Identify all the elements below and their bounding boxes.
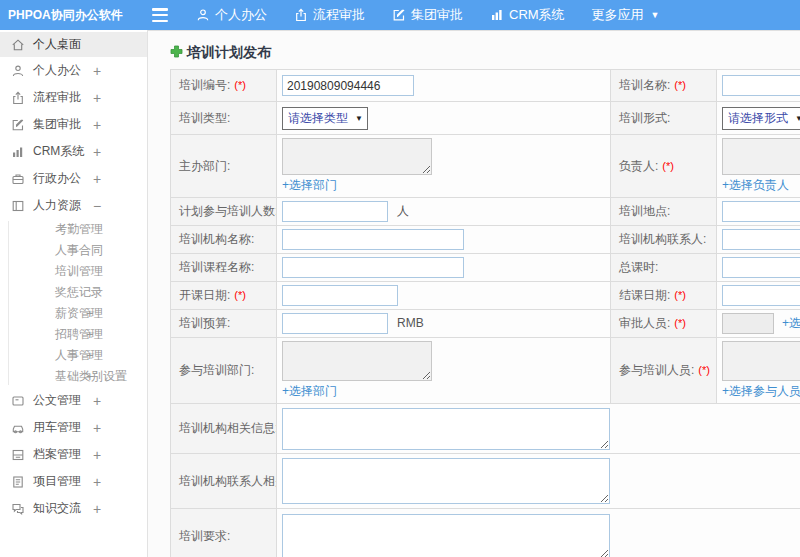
end-date-input[interactable]: [722, 285, 800, 306]
top-bar: PHPOA协同办公软件 个人办公 流程审批 集团审批 CRM系统: [0, 0, 800, 30]
sidebar-item-project[interactable]: 项目管理 +: [0, 468, 147, 495]
sidebar-item-hr[interactable]: 人力资源 −: [0, 192, 147, 219]
expand-icon[interactable]: +: [86, 369, 94, 384]
training-no-label: 培训编号:: [179, 78, 230, 92]
expand-icon[interactable]: +: [93, 144, 101, 160]
approver-input[interactable]: [722, 313, 774, 334]
page-title: 培训计划发布: [187, 44, 271, 62]
briefcase-icon: [10, 171, 25, 186]
sidebar-subitem-recruit[interactable]: 招聘管理+: [0, 324, 147, 345]
required-mark: (*): [662, 160, 674, 172]
select-dept-link[interactable]: +选择部门: [282, 177, 337, 194]
start-date-input[interactable]: [282, 285, 398, 306]
home-icon: [10, 37, 25, 52]
form-row-org-info: 培训机构相关信息:: [171, 404, 800, 454]
total-hours-label: 总课时:: [619, 260, 658, 274]
select-join-dept-link[interactable]: +选择部门: [282, 383, 337, 400]
topnav-more-apps[interactable]: 更多应用 ▼: [592, 6, 660, 24]
total-hours-input[interactable]: [722, 257, 800, 278]
expand-icon[interactable]: +: [93, 474, 101, 490]
app-logo: PHPOA协同办公软件: [0, 7, 132, 24]
upload-share-icon: [294, 8, 308, 22]
sidebar-subitem-base-category[interactable]: 基础类别设置+: [0, 366, 147, 387]
expand-icon[interactable]: +: [93, 501, 101, 517]
collapse-icon[interactable]: −: [93, 198, 101, 214]
expand-icon[interactable]: +: [93, 447, 101, 463]
training-type-select[interactable]: 请选择类型▼: [282, 107, 368, 130]
topnav-group-approval[interactable]: 集团审批: [392, 6, 463, 24]
leader-label: 负责人:: [619, 159, 658, 173]
form-row-budget-approver: 培训预算: RMB 审批人员:(*) +选择审批人员: [171, 310, 800, 338]
sidebar-item-archive[interactable]: 档案管理 +: [0, 441, 147, 468]
sidebar-item-admin-office[interactable]: 行政办公 +: [0, 165, 147, 192]
required-mark: (*): [234, 79, 246, 91]
sidebar-item-official-doc[interactable]: 公文管理 +: [0, 387, 147, 414]
leader-textarea[interactable]: [722, 138, 800, 175]
select-join-person-link[interactable]: +选择参与人员: [722, 383, 800, 400]
sidebar-item-personal-office[interactable]: 个人办公 +: [0, 57, 147, 84]
form-row-count-location: 计划参与培训人数:(*) 人 培训地点:: [171, 198, 800, 226]
required-mark: (*): [674, 289, 686, 301]
hamburger-menu-icon[interactable]: [152, 8, 170, 22]
required-mark: (*): [674, 317, 686, 329]
expand-icon[interactable]: +: [86, 348, 94, 363]
expand-icon[interactable]: +: [93, 63, 101, 79]
select-approver-link[interactable]: +选择审批人员: [782, 316, 800, 330]
topnav-flow-approval[interactable]: 流程审批: [294, 6, 365, 24]
join-person-label: 参与培训人员:: [619, 363, 694, 377]
edit-square-icon: [392, 8, 406, 22]
expand-icon[interactable]: +: [93, 171, 101, 187]
topnav-crm[interactable]: CRM系统: [490, 6, 565, 24]
chevron-down-icon: ▼: [651, 10, 660, 20]
budget-input[interactable]: [282, 313, 388, 334]
training-name-input[interactable]: [722, 75, 800, 96]
sidebar-subitem-training[interactable]: 培训管理: [0, 261, 147, 282]
form-row-join: 参与培训部门: +选择部门 参与培训人员:(*) +选择参与人员: [171, 338, 800, 404]
org-name-input[interactable]: [282, 229, 464, 250]
location-label: 培训地点:: [619, 204, 670, 218]
org-contact-info-textarea[interactable]: [282, 458, 610, 504]
sidebar-subitem-reward-punish[interactable]: 奖惩记录: [0, 282, 147, 303]
approver-label: 审批人员:: [619, 316, 670, 330]
sidebar-item-flow-approval[interactable]: 流程审批 +: [0, 84, 147, 111]
expand-icon[interactable]: +: [86, 306, 94, 321]
sidebar-item-crm[interactable]: CRM系统 +: [0, 138, 147, 165]
sidebar-item-group-approval[interactable]: 集团审批 +: [0, 111, 147, 138]
sidebar-item-vehicle[interactable]: 用车管理 +: [0, 414, 147, 441]
form-row-org-contact: 培训机构名称: 培训机构联系人:: [171, 226, 800, 254]
bar-chart-icon: [10, 144, 25, 159]
training-no-input[interactable]: [282, 75, 414, 96]
select-leader-link[interactable]: +选择负责人: [722, 177, 789, 194]
expand-icon[interactable]: +: [86, 327, 94, 342]
sidebar: 个人桌面 个人办公 + 流程审批 + 集团审批 +: [0, 30, 148, 557]
course-name-input[interactable]: [282, 257, 464, 278]
planned-count-label: 计划参与培训人数:: [179, 204, 277, 218]
join-person-textarea[interactable]: [722, 341, 800, 381]
page-title-row: 培训计划发布: [148, 31, 800, 69]
requirement-textarea[interactable]: [282, 514, 610, 557]
form-row-org-contact-info: 培训机构联系人相关信息:: [171, 454, 800, 509]
sidebar-subitem-attendance[interactable]: 考勤管理: [0, 219, 147, 240]
sidebar-item-desktop[interactable]: 个人桌面: [0, 32, 147, 57]
host-dept-textarea[interactable]: [282, 138, 432, 175]
sidebar-subitem-personnel[interactable]: 人事管理+: [0, 345, 147, 366]
required-mark: (*): [234, 289, 246, 301]
sidebar-subitem-salary[interactable]: 薪资管理+: [0, 303, 147, 324]
org-info-textarea[interactable]: [282, 408, 610, 450]
expand-icon[interactable]: +: [93, 90, 101, 106]
location-input[interactable]: [722, 201, 800, 222]
topnav-personal-office[interactable]: 个人办公: [196, 6, 267, 24]
org-contact-input[interactable]: [722, 229, 800, 250]
sidebar-subitem-hr-contract[interactable]: 人事合同: [0, 240, 147, 261]
join-dept-label: 参与培训部门:: [179, 363, 254, 377]
sidebar-item-knowledge[interactable]: 知识交流 +: [0, 495, 147, 522]
training-form-select[interactable]: 请选择形式▼: [722, 107, 800, 130]
expand-icon[interactable]: +: [93, 420, 101, 436]
join-dept-textarea[interactable]: [282, 341, 432, 381]
topnav-label: 流程审批: [313, 6, 365, 24]
training-name-label: 培训名称:: [619, 78, 670, 92]
expand-icon[interactable]: +: [93, 393, 101, 409]
planned-count-input[interactable]: [282, 201, 388, 222]
expand-icon[interactable]: +: [93, 117, 101, 133]
upload-share-icon: [10, 90, 25, 105]
